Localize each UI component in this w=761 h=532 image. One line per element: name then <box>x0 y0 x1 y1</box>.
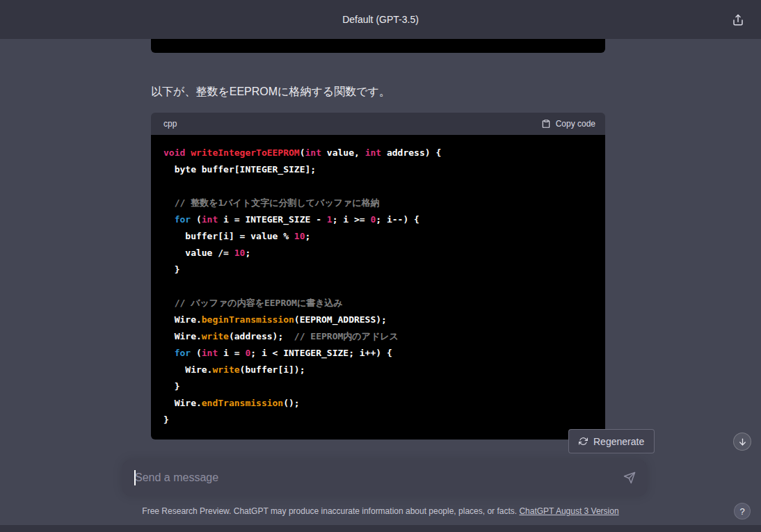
composer <box>122 460 647 496</box>
help-button[interactable]: ? <box>734 503 751 519</box>
code-block: cpp Copy code void writeIntegerToEEPROM(… <box>151 113 605 440</box>
regenerate-button[interactable]: Regenerate <box>568 429 655 453</box>
message-input[interactable] <box>122 460 618 496</box>
code-line: void writeIntegerToEEPROM(int value, int… <box>163 145 593 161</box>
code-line: buffer[i] = value % 10; <box>163 228 593 245</box>
text-caret <box>134 470 136 485</box>
code-line: } <box>163 412 593 428</box>
code-line <box>163 178 593 195</box>
paper-plane-icon <box>623 471 636 484</box>
code-line: for (int i = INTEGER_SIZE - 1; i >= 0; i… <box>163 211 593 228</box>
copy-code-button[interactable]: Copy code <box>541 119 595 129</box>
regenerate-label: Regenerate <box>593 436 644 447</box>
code-line: } <box>163 261 593 278</box>
code-language-label: cpp <box>163 119 177 129</box>
code-content: void writeIntegerToEEPROM(int value, int… <box>151 135 605 440</box>
version-link[interactable]: ChatGPT August 3 Version <box>519 506 618 516</box>
send-button[interactable] <box>618 466 641 490</box>
share-icon <box>732 14 744 26</box>
code-line: } <box>163 378 593 395</box>
assistant-message-text: 以下が、整数をEEPROMに格納する関数です。 <box>151 82 605 102</box>
refresh-icon <box>579 437 588 446</box>
disclaimer-text: Free Research Preview. ChatGPT may produ… <box>142 506 517 516</box>
previous-code-block-partial <box>151 39 605 53</box>
code-line: byte buffer[INTEGER_SIZE]; <box>163 161 593 178</box>
top-bar: Default (GPT-3.5) <box>0 0 761 39</box>
code-line: Wire.write(buffer[i]); <box>163 362 593 378</box>
clipboard-icon <box>541 119 551 129</box>
code-line: value /= 10; <box>163 245 593 261</box>
code-line <box>163 278 593 295</box>
arrow-down-icon <box>738 437 747 446</box>
code-line: Wire.endTransmission(); <box>163 395 593 412</box>
share-button[interactable] <box>726 10 750 31</box>
page-title: Default (GPT-3.5) <box>342 14 419 25</box>
footer-disclaimer: Free Research Preview. ChatGPT may produ… <box>0 506 761 516</box>
code-line: // バッファの内容をEEPROMに書き込み <box>163 295 593 312</box>
copy-code-label: Copy code <box>556 119 595 129</box>
code-line: // 整数を1バイト文字に分割してバッファに格納 <box>163 195 593 211</box>
code-line: Wire.write(address); // EEPROM内のアドレス <box>163 328 593 345</box>
bottom-strip <box>0 525 761 532</box>
code-block-header: cpp Copy code <box>151 113 605 135</box>
scroll-to-bottom-button[interactable] <box>733 433 751 451</box>
code-line: Wire.beginTransmission(EEPROM_ADDRESS); <box>163 312 593 328</box>
code-line: for (int i = 0; i < INTEGER_SIZE; i++) { <box>163 345 593 362</box>
question-mark-icon: ? <box>739 506 744 517</box>
